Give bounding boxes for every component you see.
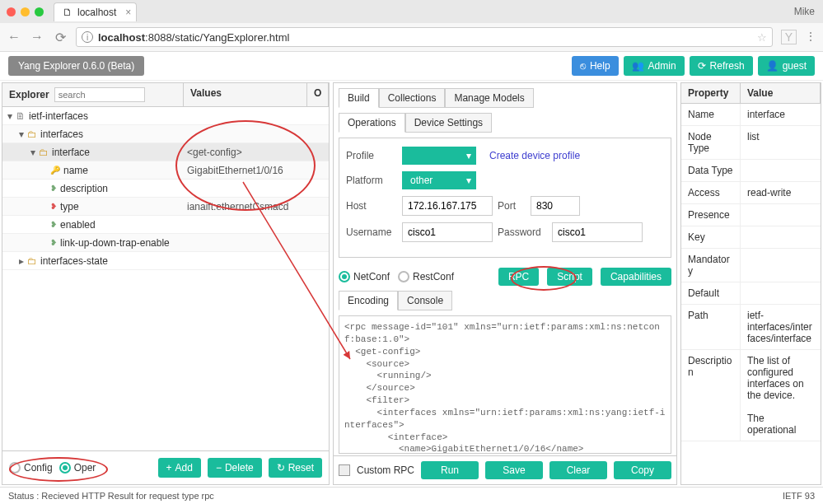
key-icon: 🔑 <box>50 166 60 175</box>
tree-row[interactable]: ❥enabled <box>2 216 329 234</box>
tree-row[interactable]: ❥description <box>2 180 329 198</box>
browser-user: Mike <box>794 6 815 17</box>
delete-button[interactable]: −Delete <box>208 458 262 478</box>
tree-label: interface <box>52 147 90 158</box>
tree-row[interactable]: ▸🗀interfaces-state <box>2 252 329 270</box>
tree-label: enabled <box>60 219 96 231</box>
mid-footer: Custom RPC Run Save Clear Copy <box>334 455 676 484</box>
reset-button[interactable]: ↻Reset <box>269 458 322 478</box>
doc-icon: 🗎 <box>16 110 26 122</box>
port-input[interactable] <box>531 196 580 216</box>
tab-collections[interactable]: Collections <box>379 88 446 108</box>
property-row: Presence <box>681 204 821 226</box>
profile-dropdown[interactable] <box>402 147 476 165</box>
bookmark-icon[interactable]: ☆ <box>757 31 767 44</box>
radio-netconf[interactable]: NetConf <box>339 271 390 282</box>
browser-tab[interactable]: 🗋 localhost × <box>54 2 137 21</box>
menu-icon[interactable]: ⋮ <box>805 30 816 44</box>
tree-label: link-up-down-trap-enable <box>60 237 170 249</box>
clear-button[interactable]: Clear <box>549 461 607 479</box>
property-key: Name <box>681 104 741 125</box>
status-right: IETF 93 <box>783 491 815 501</box>
property-value <box>741 249 821 282</box>
radio-config[interactable]: Config <box>9 462 53 474</box>
tab-encoding[interactable]: Encoding <box>339 291 398 310</box>
tree-value <box>184 241 329 245</box>
url-text: localhost:8088/static/YangExplorer.html <box>98 31 289 44</box>
radio-restconf[interactable]: RestConf <box>398 271 454 282</box>
password-input[interactable] <box>552 222 643 242</box>
copy-button[interactable]: Copy <box>614 461 671 479</box>
radio-oper[interactable]: Oper <box>59 462 96 474</box>
forward-button[interactable]: → <box>30 30 44 44</box>
tab-title: localhost <box>77 7 116 18</box>
custom-rpc-label: Custom RPC <box>357 464 414 476</box>
property-row: Node Typelist <box>681 126 821 160</box>
script-button[interactable]: Script <box>547 268 592 286</box>
property-header: Property Value <box>681 83 821 104</box>
url-bar[interactable]: i localhost:8088/static/YangExplorer.htm… <box>76 27 773 47</box>
platform-dropdown[interactable]: other <box>402 171 476 189</box>
create-profile-link[interactable]: Create device profile <box>489 150 580 161</box>
search-input[interactable] <box>54 87 145 102</box>
close-window-icon[interactable] <box>7 7 16 16</box>
rpc-button[interactable]: RPC <box>498 268 539 286</box>
custom-rpc-checkbox[interactable] <box>339 464 350 476</box>
property-value: The list of configured interfaces on the… <box>741 350 821 441</box>
browser-chrome: 🗋 localhost × Mike ← → ⟳ i localhost:808… <box>0 0 823 52</box>
explorer-col-header: Explorer <box>2 83 184 106</box>
tree-row[interactable]: ▾🗎ietf-interfaces <box>2 107 329 125</box>
tree-row[interactable]: ❥link-up-down-trap-enable <box>2 234 329 252</box>
tree-label: type <box>60 201 79 212</box>
admin-button[interactable]: 👥Admin <box>624 56 685 76</box>
tab-manage-models[interactable]: Manage Models <box>445 88 533 108</box>
info-icon[interactable]: i <box>82 31 93 43</box>
property-row: DescriptionThe list of configured interf… <box>681 350 821 441</box>
property-key: Presence <box>681 204 741 226</box>
property-key: Node Type <box>681 126 741 159</box>
reload-button[interactable]: ⟳ <box>53 30 68 45</box>
explorer-header: Explorer Values O <box>2 83 329 107</box>
run-button[interactable]: Run <box>421 461 479 479</box>
property-col-header: Property <box>681 83 741 103</box>
leaf-red-icon: ❥ <box>50 202 57 211</box>
host-input[interactable] <box>402 196 493 216</box>
maximize-window-icon[interactable] <box>35 7 44 16</box>
property-value: read-write <box>741 182 821 203</box>
tab-favicon: 🗋 <box>63 7 72 18</box>
github-icon: ⎋ <box>580 60 586 72</box>
back-button[interactable]: ← <box>7 30 21 44</box>
tab-device-settings[interactable]: Device Settings <box>405 113 492 133</box>
value-col-header: Value <box>741 83 821 103</box>
folder-icon: 🗀 <box>27 128 37 140</box>
encoding-tabs: EncodingConsole <box>339 291 671 310</box>
tree-row[interactable]: ▾🗀interfaces <box>2 125 329 143</box>
leaf-icon: ❥ <box>50 220 57 229</box>
tree-view[interactable]: ▾🗎ietf-interfaces▾🗀interfaces▾🗀interface… <box>2 107 329 450</box>
guest-button[interactable]: 👤guest <box>758 56 815 76</box>
help-button[interactable]: ⎋Help <box>572 56 619 76</box>
tree-row[interactable]: ❥typeianaift:ethernetCsmacd <box>2 198 329 216</box>
property-value <box>741 160 821 181</box>
capabilities-button[interactable]: Capabilities <box>601 268 671 286</box>
property-key: Mandatory <box>681 249 741 282</box>
minimize-window-icon[interactable] <box>21 7 30 16</box>
tab-build[interactable]: Build <box>339 88 379 108</box>
property-value <box>741 282 821 304</box>
minus-icon: − <box>216 462 222 474</box>
reset-icon: ↻ <box>277 462 285 474</box>
add-button[interactable]: +Add <box>158 458 201 478</box>
save-button[interactable]: Save <box>485 461 543 479</box>
translate-icon[interactable]: Y <box>781 30 797 44</box>
property-row: Nameinterface <box>681 104 821 126</box>
refresh-button[interactable]: ⟳Refresh <box>690 56 753 76</box>
tab-operations[interactable]: Operations <box>339 113 405 133</box>
rpc-code[interactable]: <rpc message-id="101" xmlns="urn:ietf:pa… <box>339 315 671 454</box>
username-input[interactable] <box>402 222 493 242</box>
tree-label: ietf-interfaces <box>29 110 88 122</box>
tab-close-icon[interactable]: × <box>125 7 131 18</box>
tree-row[interactable]: ▾🗀interface<get-config> <box>2 143 329 161</box>
tab-console[interactable]: Console <box>398 291 452 310</box>
tree-row[interactable]: 🔑nameGigabitEthernet1/0/16 <box>2 161 329 180</box>
operations-panel: BuildCollectionsManage Models Operations… <box>333 82 677 485</box>
